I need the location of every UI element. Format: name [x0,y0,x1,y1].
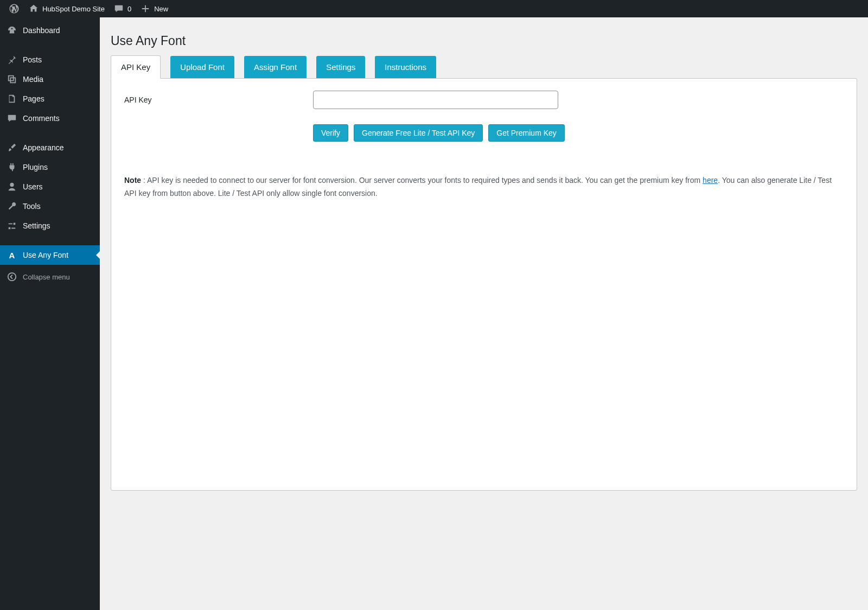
menu-separator [0,40,100,50]
api-key-input[interactable] [313,91,558,109]
sidebar-item-tools[interactable]: Tools [0,196,100,216]
sidebar-item-media[interactable]: Media [0,69,100,89]
plus-icon [140,3,151,14]
comment-icon [113,3,124,14]
sidebar-item-label: Users [23,182,43,191]
menu-separator [0,236,100,245]
sidebar-item-dashboard[interactable]: Dashboard [0,21,100,40]
tab-label: Instructions [385,62,426,72]
font-a-icon: A [7,250,17,260]
sidebar-item-label: Appearance [23,143,64,152]
tab-label: Settings [326,62,355,72]
tab-api-key[interactable]: API Key [111,55,161,79]
sidebar-item-pages[interactable]: Pages [0,89,100,109]
note-here-link[interactable]: here [703,176,718,185]
media-icon [7,74,17,85]
sidebar-item-label: Plugins [23,163,48,171]
settings-panel: API Key Verify Generate Free Lite / Test… [111,78,857,491]
sliders-icon [7,220,17,231]
note-part1: : API key is needed to connect to our se… [141,176,703,185]
dashboard-icon [7,25,17,36]
sidebar-item-label: Dashboard [23,26,60,35]
collapse-icon [7,271,17,282]
plug-icon [7,162,17,173]
page-icon [7,93,17,104]
comments-link[interactable]: 0 [109,0,136,17]
tab-label: Upload Font [180,62,225,72]
api-key-row: API Key [124,91,844,109]
comments-count: 0 [127,5,131,13]
api-key-label: API Key [124,96,313,104]
sidebar-item-plugins[interactable]: Plugins [0,157,100,177]
user-icon [7,181,17,192]
page-title: Use Any Font [111,23,857,55]
tab-settings[interactable]: Settings [316,56,365,78]
new-content-link[interactable]: New [136,0,173,17]
tab-bar: API Key Upload Font Assign Font Settings… [111,55,857,78]
admin-sidebar: Dashboard Posts Media Pages Comments App… [0,17,100,610]
site-title: HubSpot Demo Site [42,5,105,13]
home-icon [28,3,39,14]
comments-icon [7,113,17,124]
wp-logo[interactable] [4,0,24,17]
admin-bar: HubSpot Demo Site 0 New [0,0,868,17]
tab-instructions[interactable]: Instructions [375,56,436,78]
sidebar-item-label: Tools [23,202,41,211]
brush-icon [7,142,17,153]
generate-lite-key-button[interactable]: Generate Free Lite / Test API Key [354,124,483,142]
verify-button[interactable]: Verify [313,124,348,142]
svg-point-0 [8,273,16,281]
main-content: Use Any Font API Key Upload Font Assign … [100,17,868,610]
sidebar-item-label: Use Any Font [23,251,68,259]
sidebar-item-appearance[interactable]: Appearance [0,138,100,157]
pin-icon [7,54,17,65]
sidebar-item-label: Comments [23,114,60,123]
sidebar-item-label: Pages [23,94,44,103]
note-text: Note : API key is needed to connect to o… [124,174,844,200]
tab-label: API Key [121,62,150,72]
sidebar-item-settings[interactable]: Settings [0,216,100,236]
collapse-label: Collapse menu [23,273,70,281]
sidebar-item-comments[interactable]: Comments [0,109,100,128]
sidebar-item-label: Media [23,75,43,84]
collapse-menu[interactable]: Collapse menu [0,267,100,287]
get-premium-key-button[interactable]: Get Premium Key [488,124,564,142]
menu-separator [0,128,100,138]
new-label: New [154,5,168,13]
tab-label: Assign Font [254,62,297,72]
site-link[interactable]: HubSpot Demo Site [24,0,109,17]
tab-assign-font[interactable]: Assign Font [244,56,307,78]
tab-upload-font[interactable]: Upload Font [170,56,234,78]
wordpress-icon [9,3,20,14]
sidebar-item-use-any-font[interactable]: A Use Any Font [0,245,100,265]
sidebar-item-label: Settings [23,221,50,230]
sidebar-item-users[interactable]: Users [0,177,100,196]
wrench-icon [7,201,17,212]
sidebar-item-posts[interactable]: Posts [0,50,100,69]
sidebar-item-label: Posts [23,55,42,64]
button-row: Verify Generate Free Lite / Test API Key… [313,124,844,142]
note-strong: Note [124,176,141,185]
